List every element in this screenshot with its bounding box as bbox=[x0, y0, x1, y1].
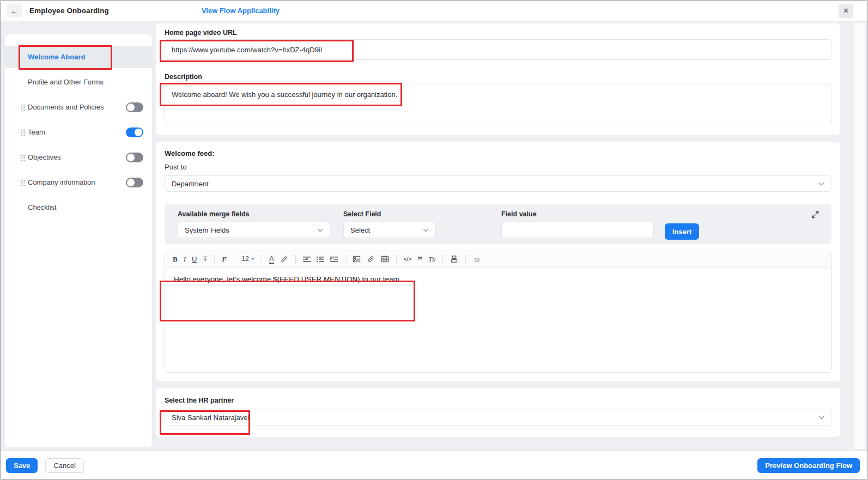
toolbar-divider bbox=[345, 255, 345, 263]
strikethrough-icon[interactable]: T bbox=[203, 256, 207, 263]
welcome-feed-card: Welcome feed: Post to Department Availab… bbox=[156, 142, 840, 381]
code-view-icon[interactable]: </> bbox=[404, 256, 411, 262]
hr-partner-label: Select the HR partner bbox=[165, 397, 831, 404]
save-button[interactable]: Save bbox=[6, 458, 38, 473]
field-value-label: Field value bbox=[501, 210, 654, 218]
caret-down-icon bbox=[251, 258, 254, 260]
main-content: Home page video URL Description Welcome … bbox=[156, 23, 840, 437]
toolbar-divider bbox=[396, 255, 397, 263]
welcome-video-card: Home page video URL Description Welcome … bbox=[156, 23, 840, 135]
insert-table-icon[interactable] bbox=[381, 255, 389, 263]
chevron-down-icon bbox=[423, 227, 429, 232]
select-field-label: Select Field bbox=[343, 210, 436, 218]
available-merge-fields-group: Available merge fields System Fields bbox=[178, 210, 330, 238]
toolbar-divider bbox=[214, 255, 215, 263]
company-information-toggle[interactable] bbox=[126, 178, 143, 187]
close-icon: × bbox=[843, 5, 849, 16]
toggle-knob bbox=[127, 179, 135, 186]
preview-onboarding-flow-button[interactable]: Preview Onboarding Flow bbox=[757, 458, 860, 473]
emoji-icon[interactable]: ☺ bbox=[473, 256, 481, 263]
drag-handle-icon[interactable] bbox=[21, 155, 22, 156]
toolbar-divider bbox=[295, 255, 296, 263]
top-bar: ← Employee Onboarding View Flow Applicab… bbox=[1, 1, 867, 21]
cancel-button[interactable]: Cancel bbox=[45, 458, 83, 473]
field-value-input[interactable] bbox=[501, 222, 654, 238]
objectives-toggle[interactable] bbox=[126, 153, 143, 162]
align-icon[interactable] bbox=[303, 257, 311, 262]
drag-handle-icon[interactable] bbox=[21, 180, 22, 181]
documents-and-policies-toggle[interactable] bbox=[126, 102, 143, 112]
field-value-group: Field value bbox=[501, 210, 654, 238]
description-label: Description bbox=[165, 73, 831, 81]
expand-icon[interactable] bbox=[811, 210, 820, 219]
underline-icon[interactable]: U bbox=[192, 256, 197, 263]
post-to-label: Post to bbox=[165, 163, 831, 171]
sidebar-item-welcome-aboard[interactable]: Welcome Aboard bbox=[5, 46, 152, 68]
toggle-knob bbox=[127, 154, 135, 161]
post-to-select[interactable]: Department bbox=[165, 175, 831, 192]
blockquote-icon[interactable]: ” bbox=[417, 256, 422, 265]
toolbar-divider bbox=[465, 255, 466, 263]
chevron-down-icon bbox=[819, 180, 824, 186]
onboarding-settings-window: ← Employee Onboarding View Flow Applicab… bbox=[0, 0, 868, 480]
sidebar-item-label: Checklist bbox=[28, 203, 57, 211]
close-button[interactable]: × bbox=[839, 4, 853, 18]
insert-link-icon[interactable] bbox=[367, 255, 375, 263]
list-icon[interactable] bbox=[317, 257, 324, 262]
indent-icon[interactable] bbox=[330, 257, 338, 262]
select-field-value: Select bbox=[350, 226, 370, 234]
sidebar-item-label: Documents and Policies bbox=[28, 103, 104, 111]
description-textarea[interactable]: Welcome aboard! We wish you a successful… bbox=[165, 84, 831, 125]
caret-down-icon bbox=[319, 258, 322, 260]
video-url-input[interactable] bbox=[165, 39, 831, 60]
editor-content[interactable]: Hello everyone, let's welcome ${FEED USE… bbox=[165, 268, 831, 372]
chevron-down-icon bbox=[318, 227, 323, 232]
sidebar-item-label: Profile and Other Forms bbox=[28, 78, 104, 86]
vertical-scrollbar[interactable] bbox=[854, 22, 865, 449]
view-flow-applicability-link[interactable]: View Flow Applicability bbox=[202, 7, 280, 15]
back-button[interactable]: ← bbox=[7, 4, 22, 17]
team-toggle[interactable] bbox=[126, 127, 143, 137]
font-color-icon[interactable]: A bbox=[269, 255, 274, 264]
available-merge-fields-select[interactable]: System Fields bbox=[178, 222, 330, 238]
select-field-select[interactable]: Select bbox=[343, 222, 436, 238]
sidebar-item-documents-and-policies[interactable]: Documents and Policies bbox=[5, 96, 152, 118]
bold-icon[interactable]: B bbox=[173, 256, 178, 263]
insert-button[interactable]: Insert bbox=[665, 223, 699, 240]
available-merge-fields-value: System Fields bbox=[185, 226, 229, 234]
font-style-icon[interactable]: F bbox=[222, 256, 227, 263]
video-url-label: Home page video URL bbox=[165, 29, 831, 37]
drag-handle-icon[interactable] bbox=[21, 105, 22, 106]
page-title: Employee Onboarding bbox=[29, 7, 109, 15]
toolbar-divider bbox=[234, 255, 234, 263]
hr-partner-card: Select the HR partner Siva Sankari Natar… bbox=[156, 388, 840, 437]
sidebar-item-label: Team bbox=[28, 128, 45, 136]
toggle-knob bbox=[127, 104, 135, 111]
hr-partner-value: Siva Sankari Natarajavel bbox=[172, 414, 249, 422]
hr-partner-select[interactable]: Siva Sankari Natarajavel bbox=[165, 409, 831, 426]
sidebar-item-checklist[interactable]: Checklist bbox=[5, 196, 152, 218]
toolbar-divider bbox=[262, 255, 262, 263]
chevron-down-icon bbox=[819, 414, 824, 420]
select-field-group: Select Field Select bbox=[343, 210, 436, 238]
sidebar-item-company-information[interactable]: Company information bbox=[5, 171, 152, 193]
italic-icon[interactable]: I bbox=[184, 256, 186, 263]
sidebar-item-team[interactable]: Team bbox=[5, 121, 152, 143]
insert-image-icon[interactable] bbox=[353, 255, 361, 263]
sidebar-item-profile-and-other-forms[interactable]: Profile and Other Forms bbox=[5, 71, 152, 93]
drag-handle-icon[interactable] bbox=[21, 130, 22, 131]
clear-format-icon[interactable]: Tx bbox=[428, 256, 435, 263]
welcome-feed-title: Welcome feed: bbox=[165, 149, 831, 157]
merge-fields-panel: Available merge fields System Fields Sel… bbox=[165, 204, 831, 244]
footer-bar: Save Cancel Preview Onboarding Flow bbox=[1, 451, 867, 479]
editor-toolbar: BIUTF12A</>”Tx☺ bbox=[165, 251, 831, 268]
highlighter-icon[interactable] bbox=[280, 255, 288, 263]
toolbar-divider bbox=[442, 255, 443, 263]
available-merge-fields-label: Available merge fields bbox=[178, 210, 330, 218]
rich-text-editor: BIUTF12A</>”Tx☺ Hello everyone, let's we… bbox=[165, 251, 831, 373]
page-layout-icon[interactable] bbox=[450, 255, 458, 263]
sidebar-item-label: Company information bbox=[28, 178, 95, 186]
font-size-select[interactable]: 12 bbox=[241, 256, 254, 263]
sidebar-item-objectives[interactable]: Objectives bbox=[5, 146, 152, 168]
post-to-value: Department bbox=[172, 180, 209, 188]
